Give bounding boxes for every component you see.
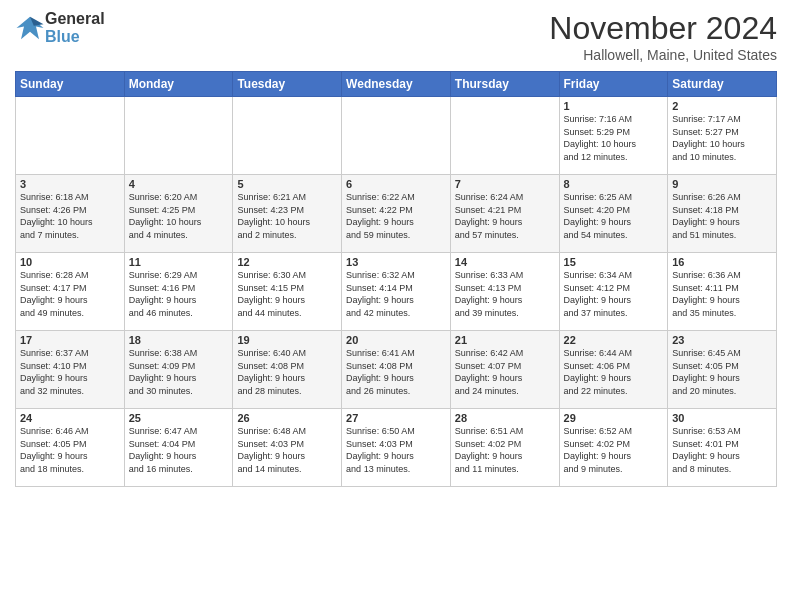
day-cell: 25Sunrise: 6:47 AM Sunset: 4:04 PM Dayli…	[124, 409, 233, 487]
logo-blue: Blue	[45, 28, 105, 46]
day-info: Sunrise: 6:38 AM Sunset: 4:09 PM Dayligh…	[129, 347, 229, 397]
day-number: 1	[564, 100, 664, 112]
day-info: Sunrise: 6:21 AM Sunset: 4:23 PM Dayligh…	[237, 191, 337, 241]
logo-general: General	[45, 10, 105, 28]
day-cell: 26Sunrise: 6:48 AM Sunset: 4:03 PM Dayli…	[233, 409, 342, 487]
day-cell: 28Sunrise: 6:51 AM Sunset: 4:02 PM Dayli…	[450, 409, 559, 487]
title-block: November 2024 Hallowell, Maine, United S…	[549, 10, 777, 63]
day-info: Sunrise: 6:53 AM Sunset: 4:01 PM Dayligh…	[672, 425, 772, 475]
day-info: Sunrise: 6:40 AM Sunset: 4:08 PM Dayligh…	[237, 347, 337, 397]
header-monday: Monday	[124, 72, 233, 97]
header-friday: Friday	[559, 72, 668, 97]
day-number: 27	[346, 412, 446, 424]
day-number: 14	[455, 256, 555, 268]
day-number: 4	[129, 178, 229, 190]
day-info: Sunrise: 6:22 AM Sunset: 4:22 PM Dayligh…	[346, 191, 446, 241]
day-number: 11	[129, 256, 229, 268]
day-info: Sunrise: 6:51 AM Sunset: 4:02 PM Dayligh…	[455, 425, 555, 475]
day-cell	[124, 97, 233, 175]
day-number: 20	[346, 334, 446, 346]
day-info: Sunrise: 6:18 AM Sunset: 4:26 PM Dayligh…	[20, 191, 120, 241]
day-info: Sunrise: 6:42 AM Sunset: 4:07 PM Dayligh…	[455, 347, 555, 397]
weekday-row: Sunday Monday Tuesday Wednesday Thursday…	[16, 72, 777, 97]
page-container: General Blue November 2024 Hallowell, Ma…	[0, 0, 792, 497]
day-info: Sunrise: 6:34 AM Sunset: 4:12 PM Dayligh…	[564, 269, 664, 319]
day-info: Sunrise: 6:28 AM Sunset: 4:17 PM Dayligh…	[20, 269, 120, 319]
day-cell: 5Sunrise: 6:21 AM Sunset: 4:23 PM Daylig…	[233, 175, 342, 253]
day-cell: 15Sunrise: 6:34 AM Sunset: 4:12 PM Dayli…	[559, 253, 668, 331]
day-cell: 30Sunrise: 6:53 AM Sunset: 4:01 PM Dayli…	[668, 409, 777, 487]
day-number: 28	[455, 412, 555, 424]
day-cell	[450, 97, 559, 175]
day-number: 18	[129, 334, 229, 346]
day-cell: 9Sunrise: 6:26 AM Sunset: 4:18 PM Daylig…	[668, 175, 777, 253]
day-cell: 17Sunrise: 6:37 AM Sunset: 4:10 PM Dayli…	[16, 331, 125, 409]
day-cell: 4Sunrise: 6:20 AM Sunset: 4:25 PM Daylig…	[124, 175, 233, 253]
day-number: 9	[672, 178, 772, 190]
day-info: Sunrise: 6:36 AM Sunset: 4:11 PM Dayligh…	[672, 269, 772, 319]
day-cell: 2Sunrise: 7:17 AM Sunset: 5:27 PM Daylig…	[668, 97, 777, 175]
day-cell: 14Sunrise: 6:33 AM Sunset: 4:13 PM Dayli…	[450, 253, 559, 331]
day-number: 17	[20, 334, 120, 346]
day-number: 3	[20, 178, 120, 190]
day-cell: 6Sunrise: 6:22 AM Sunset: 4:22 PM Daylig…	[342, 175, 451, 253]
day-number: 15	[564, 256, 664, 268]
day-info: Sunrise: 6:50 AM Sunset: 4:03 PM Dayligh…	[346, 425, 446, 475]
day-cell: 11Sunrise: 6:29 AM Sunset: 4:16 PM Dayli…	[124, 253, 233, 331]
day-info: Sunrise: 6:41 AM Sunset: 4:08 PM Dayligh…	[346, 347, 446, 397]
logo-icon	[15, 13, 45, 43]
month-title: November 2024	[549, 10, 777, 47]
day-number: 6	[346, 178, 446, 190]
day-cell: 10Sunrise: 6:28 AM Sunset: 4:17 PM Dayli…	[16, 253, 125, 331]
day-number: 10	[20, 256, 120, 268]
day-cell: 29Sunrise: 6:52 AM Sunset: 4:02 PM Dayli…	[559, 409, 668, 487]
week-row-2: 10Sunrise: 6:28 AM Sunset: 4:17 PM Dayli…	[16, 253, 777, 331]
day-cell: 20Sunrise: 6:41 AM Sunset: 4:08 PM Dayli…	[342, 331, 451, 409]
day-number: 22	[564, 334, 664, 346]
day-cell	[342, 97, 451, 175]
day-number: 2	[672, 100, 772, 112]
day-cell: 8Sunrise: 6:25 AM Sunset: 4:20 PM Daylig…	[559, 175, 668, 253]
day-info: Sunrise: 6:30 AM Sunset: 4:15 PM Dayligh…	[237, 269, 337, 319]
calendar-body: 1Sunrise: 7:16 AM Sunset: 5:29 PM Daylig…	[16, 97, 777, 487]
logo: General Blue	[15, 10, 105, 45]
day-number: 21	[455, 334, 555, 346]
day-info: Sunrise: 6:45 AM Sunset: 4:05 PM Dayligh…	[672, 347, 772, 397]
day-cell: 21Sunrise: 6:42 AM Sunset: 4:07 PM Dayli…	[450, 331, 559, 409]
header-tuesday: Tuesday	[233, 72, 342, 97]
week-row-1: 3Sunrise: 6:18 AM Sunset: 4:26 PM Daylig…	[16, 175, 777, 253]
header-thursday: Thursday	[450, 72, 559, 97]
day-number: 23	[672, 334, 772, 346]
day-cell: 3Sunrise: 6:18 AM Sunset: 4:26 PM Daylig…	[16, 175, 125, 253]
day-cell: 7Sunrise: 6:24 AM Sunset: 4:21 PM Daylig…	[450, 175, 559, 253]
day-info: Sunrise: 6:44 AM Sunset: 4:06 PM Dayligh…	[564, 347, 664, 397]
day-cell: 27Sunrise: 6:50 AM Sunset: 4:03 PM Dayli…	[342, 409, 451, 487]
day-cell: 13Sunrise: 6:32 AM Sunset: 4:14 PM Dayli…	[342, 253, 451, 331]
day-number: 30	[672, 412, 772, 424]
day-info: Sunrise: 6:26 AM Sunset: 4:18 PM Dayligh…	[672, 191, 772, 241]
day-cell: 16Sunrise: 6:36 AM Sunset: 4:11 PM Dayli…	[668, 253, 777, 331]
day-number: 16	[672, 256, 772, 268]
location: Hallowell, Maine, United States	[549, 47, 777, 63]
day-info: Sunrise: 6:47 AM Sunset: 4:04 PM Dayligh…	[129, 425, 229, 475]
header-sunday: Sunday	[16, 72, 125, 97]
week-row-3: 17Sunrise: 6:37 AM Sunset: 4:10 PM Dayli…	[16, 331, 777, 409]
calendar-table: Sunday Monday Tuesday Wednesday Thursday…	[15, 71, 777, 487]
day-info: Sunrise: 6:32 AM Sunset: 4:14 PM Dayligh…	[346, 269, 446, 319]
day-info: Sunrise: 6:24 AM Sunset: 4:21 PM Dayligh…	[455, 191, 555, 241]
day-info: Sunrise: 6:46 AM Sunset: 4:05 PM Dayligh…	[20, 425, 120, 475]
day-number: 24	[20, 412, 120, 424]
day-info: Sunrise: 7:17 AM Sunset: 5:27 PM Dayligh…	[672, 113, 772, 163]
day-number: 7	[455, 178, 555, 190]
svg-marker-0	[17, 16, 44, 39]
day-number: 12	[237, 256, 337, 268]
header: General Blue November 2024 Hallowell, Ma…	[15, 10, 777, 63]
day-cell	[16, 97, 125, 175]
day-info: Sunrise: 6:37 AM Sunset: 4:10 PM Dayligh…	[20, 347, 120, 397]
week-row-0: 1Sunrise: 7:16 AM Sunset: 5:29 PM Daylig…	[16, 97, 777, 175]
header-wednesday: Wednesday	[342, 72, 451, 97]
day-number: 25	[129, 412, 229, 424]
day-cell	[233, 97, 342, 175]
day-number: 26	[237, 412, 337, 424]
calendar-header: Sunday Monday Tuesday Wednesday Thursday…	[16, 72, 777, 97]
